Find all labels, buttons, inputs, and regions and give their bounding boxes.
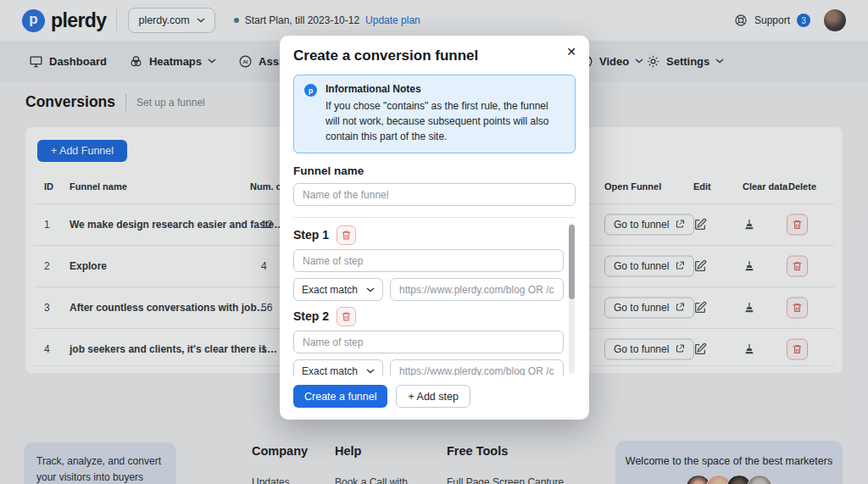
create-funnel-button[interactable]: Create a funnel (293, 385, 387, 408)
trash-icon (341, 230, 352, 241)
scrollbar-thumb[interactable] (569, 225, 575, 299)
steps-scroll-area: Step 1 Exact match Step 2 Exact match (293, 218, 576, 376)
step-name-input[interactable] (293, 331, 564, 353)
delete-step-button[interactable] (337, 307, 356, 326)
note-title: Informational Notes (326, 83, 565, 95)
step-label: Step 1 (293, 228, 329, 242)
trash-icon (341, 311, 352, 322)
funnel-name-label: Funnel name (293, 164, 576, 177)
step-name-input[interactable] (293, 249, 564, 272)
match-type-select[interactable]: Exact match (293, 359, 383, 376)
chevron-down-icon (366, 287, 375, 292)
step-url-input[interactable] (390, 278, 564, 301)
modal-title: Create a conversion funnel (293, 47, 576, 64)
close-icon[interactable]: ✕ (562, 42, 581, 61)
info-icon: p (304, 84, 317, 97)
match-type-value: Exact match (302, 284, 358, 296)
app-window: p plerdy plerdy.com Start Plan, till 202… (0, 0, 868, 484)
step-url-input[interactable] (390, 359, 564, 376)
informational-note: p Informational Notes If you chose "cont… (293, 75, 576, 153)
match-type-select[interactable]: Exact match (293, 278, 383, 301)
funnel-name-input[interactable] (293, 183, 576, 206)
add-step-button[interactable]: + Add step (396, 385, 470, 408)
delete-step-button[interactable] (337, 225, 356, 245)
note-body: If you chose "contains" as the first rul… (326, 98, 565, 144)
create-funnel-modal: Create a conversion funnel ✕ p Informati… (280, 36, 589, 420)
match-type-value: Exact match (302, 365, 358, 376)
step-label: Step 2 (293, 309, 329, 323)
chevron-down-icon (366, 369, 375, 374)
